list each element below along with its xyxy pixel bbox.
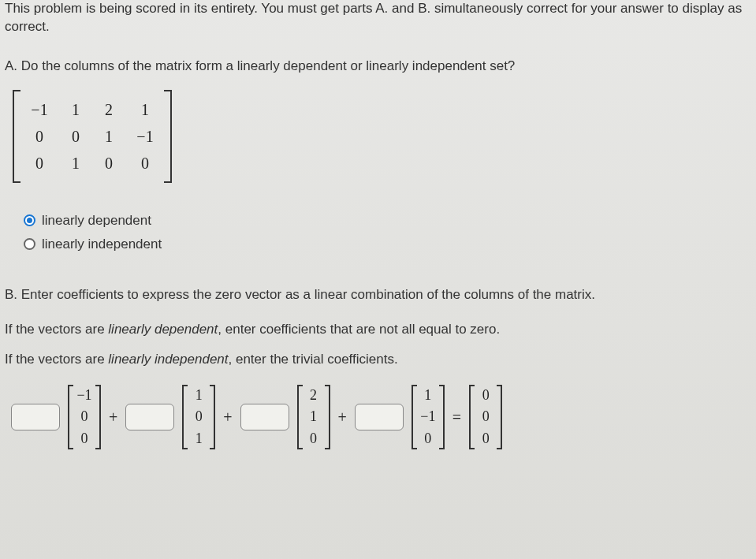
radio-dependent[interactable]	[24, 214, 35, 226]
matrix-cell: −1	[131, 123, 159, 150]
matrix-cell: 0	[98, 150, 120, 177]
vec-cell: 0	[478, 387, 493, 404]
vec-cell: 1	[191, 430, 207, 448]
plus-op: +	[109, 408, 117, 427]
instruction-independent: If the vectors are linearly independent,…	[2, 337, 754, 367]
plus-op: +	[338, 408, 347, 427]
radio-selected-icon	[27, 218, 32, 223]
matrix-cell: 0	[65, 123, 87, 150]
matrix-row: 0 0 1 −1	[25, 123, 159, 150]
coef-input-3[interactable]	[240, 404, 289, 430]
matrix-row: −1 1 2 1	[25, 96, 159, 123]
vec-cell: 0	[76, 408, 92, 426]
matrix-cell: 1	[65, 150, 87, 177]
coef-input-4[interactable]	[355, 404, 404, 430]
matrix-cell: 1	[65, 96, 87, 123]
intro-text: This problem is being scored in its enti…	[2, 0, 754, 44]
matrix-cell: 0	[25, 123, 54, 150]
vec-cell: 1	[420, 387, 436, 404]
matrix-cell: 0	[131, 150, 159, 177]
matrix-cell: 1	[98, 123, 120, 150]
matrix-cell: 1	[131, 96, 159, 123]
column-vector-2: 1 0 1	[182, 385, 215, 450]
vec-cell: 0	[191, 408, 207, 426]
equals-op: =	[452, 408, 461, 427]
matrix-a: −1 1 2 1 0 0 1 −1 0 1 0 0	[13, 90, 172, 183]
vec-cell: 0	[306, 430, 322, 448]
bracket-right	[164, 90, 172, 183]
instruction-dependent: If the vectors are linearly dependent, e…	[2, 307, 754, 337]
radio-dependent-label: linearly dependent	[42, 213, 151, 229]
coef-input-2[interactable]	[125, 404, 174, 430]
part-b-intro: B. Enter coefficients to express the zer…	[2, 274, 754, 307]
part-a-question: A. Do the columns of the matrix form a l…	[2, 44, 754, 85]
matrix-cell: 0	[25, 150, 54, 177]
column-vector-1: −1 0 0	[68, 385, 101, 450]
matrix-cell: −1	[25, 96, 54, 123]
vec-cell: 0	[420, 430, 436, 448]
vec-cell: −1	[420, 408, 436, 426]
vec-cell: 1	[191, 387, 207, 404]
bracket-left	[13, 90, 20, 183]
vec-cell: 0	[76, 430, 92, 448]
radio-independent-label: linearly independent	[42, 237, 162, 252]
equation-row: −1 0 0 + 1 0 1 + 2 1 0	[11, 385, 745, 450]
vec-cell: 1	[306, 408, 322, 426]
vec-cell: 0	[478, 408, 493, 426]
plus-op: +	[223, 408, 232, 427]
column-vector-4: 1 −1 0	[412, 385, 445, 450]
column-vector-3: 2 1 0	[297, 385, 330, 450]
radio-independent[interactable]	[24, 238, 35, 250]
coef-input-1[interactable]	[11, 404, 60, 430]
vec-cell: 2	[306, 387, 322, 404]
zero-vector: 0 0 0	[469, 385, 502, 450]
vec-cell: 0	[478, 430, 493, 448]
vec-cell: −1	[76, 387, 92, 404]
matrix-cell: 2	[98, 96, 120, 123]
matrix-row: 0 1 0 0	[25, 150, 159, 177]
